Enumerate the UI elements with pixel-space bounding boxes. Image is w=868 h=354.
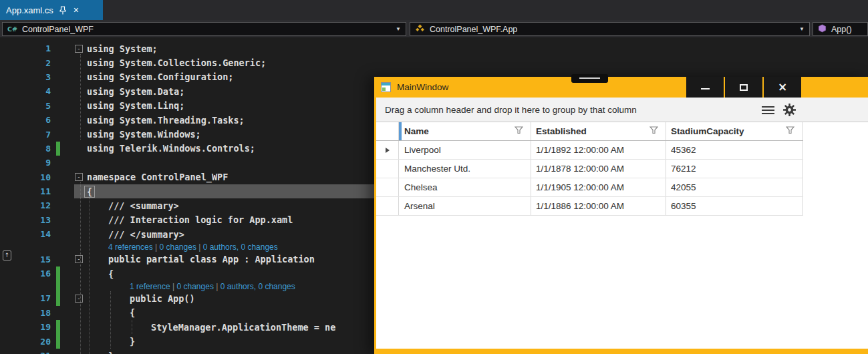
change-margin xyxy=(56,84,60,98)
tab-app-xaml-cs[interactable]: App.xaml.cs × xyxy=(0,0,103,20)
member-dropdown[interactable]: App() xyxy=(813,22,868,36)
change-tracking-bar xyxy=(56,320,60,334)
line-number: 11 xyxy=(0,186,51,196)
change-margin xyxy=(56,156,60,170)
code-text: using System.Configuration; xyxy=(87,71,233,82)
method-icon xyxy=(818,24,827,35)
type-dropdown[interactable]: ControlPanel_WPF.App ▼ xyxy=(410,22,810,36)
grid-row[interactable]: Manchester Utd.1/1/1878 12:00:00 AM76212 xyxy=(376,160,803,178)
maximize-button[interactable] xyxy=(725,77,762,98)
member-dropdown-label: App() xyxy=(831,25,852,34)
column-header-stadiumcapacity[interactable]: StadiumCapacity xyxy=(666,122,803,140)
grid-cell[interactable]: 42055 xyxy=(666,178,803,196)
outlining-margin: - xyxy=(60,173,87,181)
line-number: 4 xyxy=(0,86,51,96)
grid-row[interactable]: Arsenal1/1/1886 12:00:00 AM60355 xyxy=(376,197,803,216)
change-margin xyxy=(56,306,60,320)
collapse-box-icon[interactable]: - xyxy=(75,295,83,303)
collapse-box-icon[interactable]: - xyxy=(75,45,83,53)
grid-cell[interactable]: Liverpool xyxy=(399,141,531,159)
filter-icon[interactable] xyxy=(786,126,794,136)
code-text: using System.Linq; xyxy=(87,100,184,111)
pin-icon[interactable] xyxy=(59,6,67,15)
change-margin xyxy=(56,213,60,227)
codelens-link[interactable]: 0 authors, 0 changes xyxy=(203,242,278,252)
grid-cell[interactable]: 1/1/1905 12:00:00 AM xyxy=(531,178,666,196)
code-text: public App() xyxy=(87,293,195,304)
grid-row[interactable]: Chelsea1/1/1905 12:00:00 AM42055 xyxy=(376,178,803,197)
change-tracking-bar xyxy=(56,267,60,281)
code-text: { xyxy=(87,307,135,318)
code-line: 1-using System; xyxy=(0,41,868,55)
type-dropdown-label: ControlPanel_WPF.App xyxy=(430,25,517,34)
code-text: using System.Threading.Tasks; xyxy=(87,115,245,126)
chevron-down-icon: ▼ xyxy=(799,26,805,32)
code-text: using System.Collections.Generic; xyxy=(87,57,266,68)
grid-header-row: Name Established StadiumCapacity xyxy=(376,122,803,141)
line-number: 7 xyxy=(0,130,51,140)
collapse-box-icon[interactable]: - xyxy=(75,255,83,263)
change-margin xyxy=(56,241,60,252)
close-icon: × xyxy=(778,81,787,93)
codelens-link[interactable]: 0 authors, 0 changes xyxy=(221,282,295,291)
codelens-separator: | xyxy=(214,282,221,291)
gear-icon[interactable] xyxy=(782,103,797,119)
code-text: using System.Windows; xyxy=(87,129,201,140)
indent-guide xyxy=(132,320,132,334)
grid-cell[interactable]: Manchester Utd. xyxy=(399,160,531,178)
project-dropdown-label: ControlPanel_WPF xyxy=(22,25,94,34)
window-drag-handle[interactable] xyxy=(571,74,608,83)
code-text: /// </summary> xyxy=(87,229,184,240)
codelens-separator: | xyxy=(153,242,160,252)
grid-row[interactable]: Liverpool1/1/1892 12:00:00 AM45362 xyxy=(376,141,803,160)
outlining-margin: - xyxy=(60,295,87,303)
minimize-button[interactable] xyxy=(686,77,724,98)
screen: App.xaml.cs × C# ControlPanel_WPF ▼ xyxy=(0,0,868,354)
code-text: } xyxy=(87,336,135,347)
column-header-name[interactable]: Name xyxy=(399,122,531,140)
change-margin xyxy=(56,55,60,69)
grid-cell[interactable]: 76212 xyxy=(666,160,803,178)
grid-cell[interactable]: 1/1/1878 12:00:00 AM xyxy=(531,160,666,178)
grid-cell[interactable]: Arsenal xyxy=(399,197,531,215)
code-text: namespace ControlPanel_WPF xyxy=(87,172,228,182)
window-icon xyxy=(381,82,391,92)
line-number: 2 xyxy=(0,58,51,68)
line-number: 13 xyxy=(0,215,51,225)
grid-cell[interactable]: 60355 xyxy=(666,197,803,215)
grid-cell[interactable]: 1/1/1886 12:00:00 AM xyxy=(531,197,666,215)
grid-cell[interactable]: Chelsea xyxy=(399,178,531,196)
code-text: using Telerik.Windows.Controls; xyxy=(87,143,255,154)
editor-margin-glyph[interactable]: ↑ xyxy=(3,250,11,260)
codelens-link[interactable]: 0 changes xyxy=(160,242,196,252)
tab-bar: App.xaml.cs × xyxy=(0,0,868,20)
codelens-link[interactable]: 1 reference xyxy=(130,282,170,291)
window-titlebar[interactable]: MainWindow × xyxy=(374,77,868,98)
row-indicator-cell xyxy=(376,141,399,159)
line-number: 17 xyxy=(0,293,51,303)
current-row-arrow-icon xyxy=(386,148,390,153)
line-number: 21 xyxy=(0,351,51,354)
line-number: 10 xyxy=(0,172,51,182)
grid-cell[interactable]: 45362 xyxy=(666,141,803,159)
menu-icon[interactable] xyxy=(762,106,774,116)
data-grid: Name Established StadiumCapacity xyxy=(376,122,803,216)
collapse-box-icon[interactable]: - xyxy=(75,173,83,181)
line-number: 16 xyxy=(0,269,51,279)
maximize-icon xyxy=(740,84,748,91)
indent-guide xyxy=(110,291,111,349)
project-dropdown[interactable]: C# ControlPanel_WPF ▼ xyxy=(2,22,406,36)
grid-cell[interactable]: 1/1/1892 12:00:00 AM xyxy=(531,141,666,159)
filter-icon[interactable] xyxy=(515,126,523,136)
column-header-established[interactable]: Established xyxy=(531,122,666,140)
change-tracking-bar xyxy=(56,142,60,156)
codelens-link[interactable]: 4 references xyxy=(108,242,153,252)
tab-title: App.xaml.cs xyxy=(6,5,53,15)
filter-icon[interactable] xyxy=(649,126,658,136)
header-label: Name xyxy=(404,126,429,136)
codelens-link[interactable]: 0 changes xyxy=(177,282,214,291)
group-by-panel[interactable]: Drag a column header and drop it here to… xyxy=(376,98,868,122)
close-icon[interactable]: × xyxy=(74,5,79,15)
header-label: Established xyxy=(536,126,587,136)
close-button[interactable]: × xyxy=(764,77,801,98)
